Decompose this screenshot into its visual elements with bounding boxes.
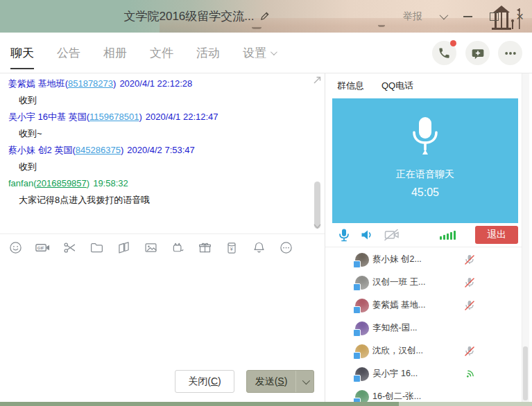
screen-share-icon[interactable] (115, 240, 132, 256)
member-name: 汉创一班 王... (372, 276, 425, 288)
sender-name: 蔡小妹 创2 英国 (8, 145, 72, 155)
sender-qq-link[interactable]: 1159678501 (89, 112, 139, 122)
edit-title-icon[interactable] (259, 11, 270, 21)
member-row[interactable]: 李知然-国... (325, 317, 525, 339)
image-icon[interactable] (142, 240, 159, 256)
exit-call-button[interactable]: 退出 (475, 226, 518, 244)
member-name: 16-创二-张... (372, 391, 421, 402)
right-scrollbar-thumb[interactable] (523, 346, 528, 400)
scroll-to-bottom-icon[interactable] (313, 223, 322, 230)
member-name: 吴小宇 16... (372, 368, 418, 380)
tab-chat[interactable]: 聊天 (10, 33, 34, 73)
avatar (355, 390, 369, 403)
message-time: 2020/4/1 22:12:47 (146, 112, 218, 122)
more-actions-button[interactable] (498, 41, 522, 65)
chat-message: 蔡小妹 创2 英国(845286375)2020/4/2 7:53:47 收到 (0, 144, 325, 173)
tab-announcement[interactable]: 公告 (57, 33, 80, 73)
sender-name: 姜紫嫣 基地班 (8, 78, 65, 89)
chat-message: 吴小宇 16中基 英国(1159678501)2020/4/1 22:12:47… (0, 111, 325, 139)
message-header: fanfan(2016859857)19:58:32 (8, 177, 325, 189)
chat-message: 姜紫嫣 基地班(851878273)2020/4/1 22:12:28 收到 (0, 78, 325, 106)
emoji-icon[interactable] (7, 240, 24, 256)
member-row[interactable]: 吴小宇 16... (325, 362, 525, 385)
report-link[interactable]: 举报 (403, 10, 422, 23)
call-timer: 45:05 (411, 186, 439, 199)
tab-files[interactable]: 文件 (150, 33, 173, 73)
mic-muted-icon (464, 346, 475, 357)
member-name: 姜紫嫣 基地... (372, 299, 425, 311)
voice-call-button[interactable] (432, 41, 456, 65)
close-button[interactable]: 关闭(C) (175, 370, 234, 393)
member-row[interactable]: 汉创一班 王... (325, 271, 525, 294)
screenshot-icon[interactable] (61, 240, 78, 256)
message-header: 姜紫嫣 基地班(851878273)2020/4/1 22:12:28 (8, 78, 325, 89)
chat-message: fanfan(2016859857)19:58:32 大家记得8点进入我拨打的语… (0, 177, 325, 206)
avatar (355, 299, 369, 312)
tab-album[interactable]: 相册 (103, 33, 127, 73)
bell-icon[interactable] (250, 240, 267, 256)
sender-qq-link[interactable]: 851878273 (68, 78, 113, 89)
call-controls: 退出 (325, 223, 525, 247)
boat-silhouette (378, 25, 385, 27)
tab-settings[interactable]: 设置 (243, 33, 275, 73)
notification-dot (450, 40, 456, 46)
sender-name: 吴小宇 16中基 英国 (8, 112, 87, 122)
gif-icon[interactable]: GIF (34, 240, 51, 256)
svg-text:GIF: GIF (37, 246, 44, 250)
member-row[interactable]: 16-创二-张... (325, 385, 525, 402)
qq-group-chat-window: 文学院2016级留学交流... 举报 × 聊天 公告 相册 文件 活动 设置 (0, 0, 532, 406)
svg-text:¥: ¥ (230, 247, 233, 252)
window-title: 文学院2016级留学交流... (124, 8, 255, 24)
sender-qq-link[interactable]: 2016859857 (37, 178, 87, 188)
message-header: 吴小宇 16中基 英国(1159678501)2020/4/1 22:12:47 (8, 111, 325, 123)
avatar (355, 344, 369, 358)
tab-group-info[interactable]: 群信息 (337, 80, 364, 92)
microphone-icon (407, 115, 443, 158)
folder-icon[interactable] (88, 240, 105, 256)
send-options-caret[interactable] (295, 371, 314, 392)
red-packet-icon[interactable]: ¥ (223, 240, 240, 256)
send-button[interactable]: 发送(S) (246, 370, 314, 393)
member-name: 蔡小妹 创2... (372, 254, 422, 265)
message-text: 收到 (19, 161, 325, 173)
message-text: 收到 (19, 94, 325, 106)
settings-chevron-icon (271, 48, 277, 55)
sender-name: fanfan (8, 178, 33, 188)
sticker-icon[interactable] (169, 240, 186, 256)
minimize-icon[interactable] (463, 16, 472, 17)
avatar (355, 253, 369, 267)
member-name: 李知然-国... (372, 322, 418, 334)
member-row[interactable]: 蔡小妹 创2... (325, 248, 525, 271)
avatar (355, 367, 369, 381)
gift-icon[interactable] (196, 240, 213, 256)
message-text: 收到~ (19, 127, 325, 139)
camera-off-icon[interactable] (384, 229, 400, 241)
mic-muted-icon (464, 254, 475, 265)
mic-muted-icon (464, 300, 475, 311)
phone-icon (438, 46, 451, 60)
chat-scrollbar-thumb[interactable] (314, 182, 320, 229)
message-text: 大家记得8点进入我拨打的语音哦 (19, 194, 325, 206)
create-chat-button[interactable] (465, 41, 490, 65)
mic-toggle-icon[interactable] (338, 229, 350, 242)
member-row[interactable]: 姜紫嫣 基地... (325, 294, 525, 317)
more-tools-icon[interactable] (277, 240, 294, 256)
speaker-toggle-icon[interactable] (361, 229, 372, 240)
popout-panel-icon[interactable] (312, 75, 323, 85)
maximize-icon[interactable] (490, 12, 499, 21)
titlebar: 文学院2016级留学交流... 举报 × (0, 0, 532, 33)
tabbar: 聊天 公告 相册 文件 活动 设置 (0, 33, 532, 73)
tab-activities[interactable]: 活动 (196, 33, 220, 73)
message-time: 2020/4/2 7:53:47 (127, 145, 195, 155)
tab-qq-call[interactable]: QQ电话 (381, 80, 413, 92)
titlebar-chevron-down-icon[interactable] (439, 11, 448, 20)
sender-qq-link[interactable]: 845286375 (76, 145, 121, 155)
message-history[interactable]: 姜紫嫣 基地班(851878273)2020/4/1 22:12:28 收到 吴… (0, 73, 325, 233)
close-icon[interactable]: × (516, 10, 524, 23)
avatar (355, 276, 369, 290)
right-panel: 群信息 QQ电话 正在语音聊天 45:05 (325, 73, 532, 402)
message-time: 2020/4/1 22:12:28 (119, 78, 192, 89)
voice-call-panel: 正在语音聊天 45:05 (332, 98, 518, 223)
call-status-text: 正在语音聊天 (396, 168, 454, 181)
member-row[interactable]: 沈欣，汉创... (325, 339, 525, 362)
